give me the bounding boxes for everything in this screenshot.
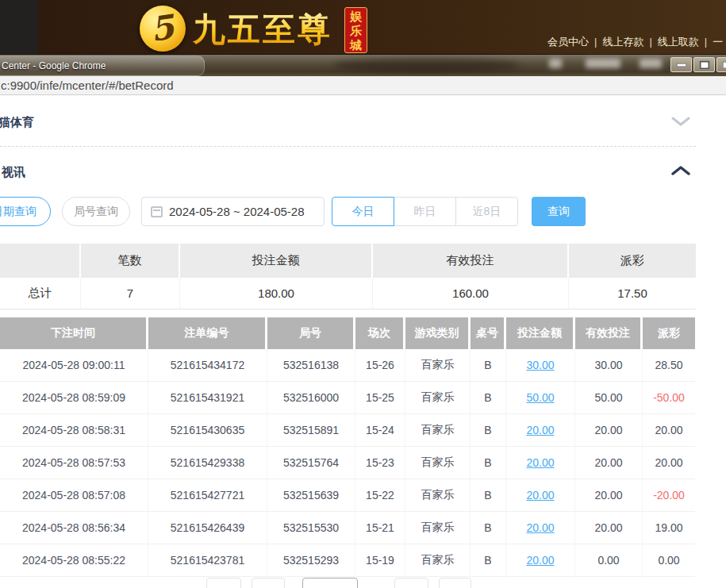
header-bet-id: 注单编号 — [148, 317, 267, 349]
cell-game: 百家乐 — [405, 479, 471, 512]
bet-table-row: 2024-05-28 08:59:09521615431921532516000… — [0, 382, 695, 414]
cell-amount[interactable]: 50.00 — [506, 382, 575, 414]
bet-amount-link[interactable]: 20.00 — [526, 424, 554, 436]
bet-amount-link[interactable]: 20.00 — [526, 489, 554, 502]
pagination-current-page[interactable] — [302, 578, 358, 588]
section-sports-title[interactable]: 猫体育 — [0, 115, 34, 130]
cell-session: 15-19 — [355, 544, 405, 577]
cell-bet_id: 521615430635 — [148, 414, 267, 447]
round-query-tab[interactable]: 局号查询 — [62, 197, 130, 226]
nav-separator: | — [649, 36, 651, 48]
summary-header-row: 笔数 投注金额 有效投注 派彩 — [0, 244, 696, 278]
badge-text: 娱乐城 — [350, 10, 362, 52]
cell-amount[interactable]: 30.00 — [506, 349, 575, 382]
nav-extra-clipped[interactable]: 一 — [713, 36, 723, 48]
cell-bet_id: 521615431921 — [148, 382, 267, 414]
minimize-button[interactable] — [670, 57, 692, 72]
pagination-button[interactable] — [439, 578, 471, 588]
header-table-no: 桌号 — [471, 317, 506, 349]
cell-amount[interactable]: 20.00 — [506, 544, 575, 577]
close-button[interactable] — [716, 57, 726, 72]
cell-amount[interactable]: 20.00 — [506, 512, 575, 544]
search-button[interactable]: 查询 — [532, 197, 586, 226]
close-icon — [723, 61, 726, 68]
cell-game: 百家乐 — [405, 414, 471, 447]
cell-round: 532515764 — [267, 447, 355, 479]
cell-table_no: B — [471, 512, 506, 544]
cell-time: 2024-05-28 08:57:53 — [0, 447, 148, 479]
summary-count: 7 — [81, 278, 180, 309]
summary-header-count: 笔数 — [81, 244, 180, 278]
maximize-button[interactable] — [693, 57, 715, 72]
last-8-days-button[interactable]: 近8日 — [455, 197, 518, 226]
date-range-value: 2024-05-28 ~ 2024-05-28 — [169, 205, 305, 218]
header-valid-bet: 有效投注 — [575, 317, 643, 349]
cell-valid: 50.00 — [575, 382, 643, 414]
cell-session: 15-23 — [355, 447, 405, 479]
cell-time: 2024-05-28 09:00:11 — [0, 349, 148, 382]
header-game-type: 游戏类别 — [405, 317, 471, 349]
minimize-icon — [676, 63, 686, 67]
bet-amount-link[interactable]: 50.00 — [526, 391, 554, 404]
bet-table-body: 2024-05-28 09:00:11521615434172532516138… — [0, 349, 695, 577]
cell-amount[interactable]: 20.00 — [506, 447, 575, 479]
blurred-user-info — [586, 59, 620, 68]
cell-session: 15-24 — [355, 414, 405, 447]
bet-amount-link[interactable]: 20.00 — [526, 456, 554, 469]
today-button[interactable]: 今日 — [332, 197, 394, 226]
header-bet-amount: 投注金额 — [506, 317, 575, 349]
pagination-button[interactable] — [206, 578, 241, 588]
cell-game: 百家乐 — [405, 447, 471, 479]
cell-table_no: B — [471, 479, 506, 512]
section-divider — [0, 146, 696, 147]
cell-amount[interactable]: 20.00 — [506, 414, 575, 447]
chevron-up-icon[interactable] — [671, 165, 690, 176]
maximize-icon — [699, 60, 709, 69]
nav-withdraw[interactable]: 线上取款 — [658, 36, 699, 48]
cell-bet_id: 521615423781 — [148, 544, 267, 577]
header-payout: 派彩 — [643, 317, 695, 349]
header-session: 场次 — [355, 317, 405, 349]
cell-game: 百家乐 — [405, 382, 471, 414]
cell-amount[interactable]: 20.00 — [506, 479, 575, 512]
cell-session: 15-22 — [355, 479, 405, 512]
chevron-down-icon[interactable] — [671, 116, 690, 127]
cell-time: 2024-05-28 08:56:34 — [0, 512, 148, 544]
header-bet-time: 下注时间 — [0, 317, 148, 349]
cell-bet_id: 521615427721 — [148, 479, 267, 512]
cell-time: 2024-05-28 08:59:09 — [0, 382, 148, 414]
nav-deposit[interactable]: 线上存款 — [602, 36, 643, 48]
bet-amount-link[interactable]: 20.00 — [526, 521, 554, 534]
pagination-button[interactable] — [394, 578, 428, 588]
nav-member-center[interactable]: 会员中心 — [547, 36, 589, 48]
cell-payout: 20.00 — [643, 414, 695, 447]
bet-record-table: 下注时间 注单编号 局号 场次 游戏类别 桌号 投注金额 有效投注 派彩 202… — [0, 317, 695, 577]
summary-payout: 17.50 — [569, 278, 696, 309]
cell-payout: -20.00 — [643, 479, 695, 512]
date-query-tab[interactable]: 日期查询 — [0, 197, 51, 226]
cell-round: 532515293 — [267, 544, 355, 577]
cell-table_no: B — [471, 382, 506, 414]
cell-payout: -50.00 — [643, 382, 695, 414]
cell-game: 百家乐 — [405, 512, 471, 544]
bet-amount-link[interactable]: 20.00 — [526, 554, 554, 567]
cell-table_no: B — [471, 349, 506, 382]
date-range-input[interactable]: 2024-05-28 ~ 2024-05-28 — [141, 197, 325, 226]
pagination-button[interactable] — [252, 578, 285, 588]
yesterday-button[interactable]: 昨日 — [394, 197, 456, 226]
bet-amount-link[interactable]: 30.00 — [526, 359, 554, 371]
cell-time: 2024-05-28 08:58:31 — [0, 414, 148, 447]
calendar-icon — [151, 206, 163, 217]
casino-logo-icon: 5 — [140, 6, 186, 52]
summary-bet-amount: 180.00 — [180, 278, 373, 309]
blurred-user-info — [640, 59, 662, 68]
cell-valid: 20.00 — [575, 479, 643, 512]
window-title: Center - Google Chrome — [2, 60, 106, 71]
section-live-title[interactable]: 视讯 — [2, 165, 25, 180]
bet-table-row: 2024-05-28 09:00:11521615434172532516138… — [0, 349, 695, 382]
browser-url-bar[interactable]: c:9900/infe/mcenter/#/betRecord — [0, 76, 726, 95]
window-titlebar[interactable]: Center - Google Chrome — [0, 54, 726, 76]
casino-logo-title: 九五至尊 — [193, 8, 332, 52]
cell-game: 百家乐 — [405, 349, 471, 382]
casino-logo-badge: 娱乐城 — [344, 7, 367, 53]
